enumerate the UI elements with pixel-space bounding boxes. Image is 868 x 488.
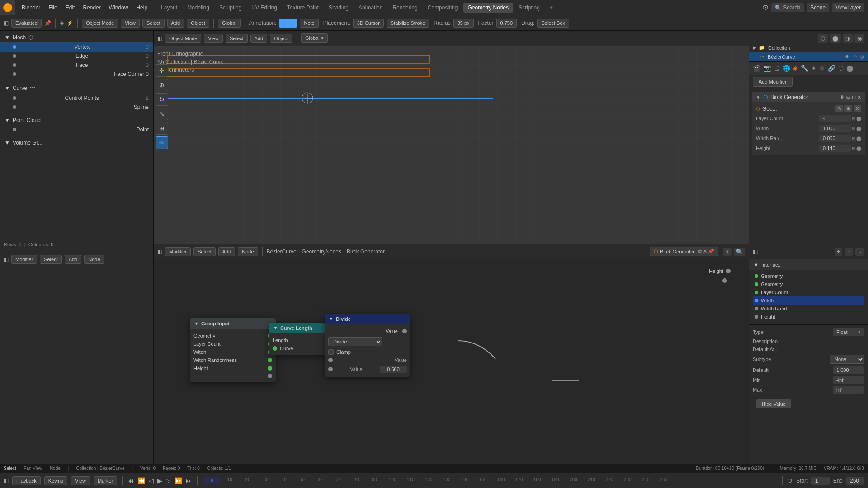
view-layer-selector[interactable]: ViewLayer (832, 3, 864, 12)
geo-unlink-btn[interactable]: ✕ (854, 105, 861, 112)
interface-header[interactable]: ▼ Interface (749, 259, 868, 270)
lc-value[interactable]: 4 (819, 115, 851, 122)
tab-rendering[interactable]: Rendering (388, 3, 422, 13)
node-mode-icon[interactable]: ◧ (4, 256, 9, 263)
menu-file-item[interactable]: File (45, 3, 61, 13)
outliner-bezier[interactable]: 〜 BézierCurve 👁 ⊙ ◎ (749, 52, 868, 61)
annotate-tool[interactable]: ✏ (156, 136, 168, 149)
gi-height-socket[interactable] (268, 366, 272, 371)
object-menu[interactable]: Object (187, 19, 209, 28)
viewport-view-btn[interactable]: View (204, 34, 223, 43)
keying-btn[interactable]: Keying (44, 476, 68, 485)
ne-node-btn[interactable]: Node (238, 247, 258, 256)
node-add-btn[interactable]: Add (65, 255, 82, 264)
viewport-select-btn[interactable]: Select (226, 34, 248, 43)
tab-add-workspace[interactable]: + (545, 3, 557, 13)
wrand-prop-icon[interactable]: ⊞ (852, 136, 855, 141)
prop-output-icon[interactable]: 🖨 (774, 65, 780, 72)
iface-witdh-selected[interactable]: Witdh (753, 296, 864, 305)
vp-material-btn[interactable]: ◑ (843, 34, 853, 43)
cl-curve-socket[interactable] (273, 346, 277, 351)
menu-file[interactable]: Blender (18, 3, 44, 13)
tab-shading[interactable]: Shading (324, 3, 353, 13)
volume-section-title[interactable]: ▼ Volume Gr... (0, 138, 153, 148)
timeline-frames[interactable]: 0 10 20 30 40 50 60 70 80 90 100 110 120… (203, 477, 777, 484)
witdh-value[interactable]: 1.000 (819, 125, 851, 132)
select-box-dropdown[interactable]: Select Box (537, 19, 569, 28)
iface-height[interactable]: Height (753, 313, 864, 321)
if-chevron-btn[interactable]: ⌄ (855, 248, 864, 256)
outliner-cursor-icon[interactable]: ⊙ (853, 54, 857, 59)
timeline-icon[interactable]: ◧ (4, 478, 9, 484)
divide-mode-select[interactable]: Divide Add Subtract Multiply (328, 337, 382, 346)
prop-modifier-icon-active[interactable]: 🔧 (801, 65, 808, 72)
menu-window-item[interactable]: Window (105, 3, 132, 13)
vp-wireframe-btn[interactable]: ⬡ (818, 34, 828, 43)
if-icon[interactable]: ◧ (753, 249, 758, 255)
note-dropdown[interactable]: Note (300, 19, 318, 28)
vp-render-btn[interactable]: ◉ (854, 34, 864, 43)
breadcrumb-geonodes[interactable]: GeometryNodes (302, 249, 341, 255)
tl-next-frame[interactable]: ▷ (166, 477, 171, 484)
close-icon[interactable]: ✕ (703, 249, 707, 254)
prop-constraints-icon[interactable]: 🔗 (828, 65, 835, 72)
prop-data-icon[interactable]: ⬡ (838, 65, 844, 72)
tl-record-btn[interactable]: ⏮ (127, 477, 134, 484)
attr-vertex[interactable]: Vertex 0 (0, 42, 153, 52)
attr-spline[interactable]: Spline (0, 103, 153, 112)
marker-btn[interactable]: Marker (94, 476, 117, 485)
node-tree-badge[interactable]: ⬡ Birck Generator ⧉ ✕ 📌 (650, 247, 718, 256)
pin-icon[interactable]: 📌 (44, 20, 51, 26)
prop-material-icon[interactable]: ⬤ (846, 65, 854, 72)
tab-sculpting[interactable]: Sculpting (215, 3, 246, 13)
min-value[interactable]: -inf (833, 376, 864, 384)
end-frame-value[interactable]: 250 (846, 477, 864, 485)
node-select-btn[interactable]: Select (40, 255, 62, 264)
node-group-input[interactable]: ▼ Group Input Geometry Layer Count Witdh… (190, 318, 276, 382)
factor-value[interactable]: 0.750 (496, 19, 517, 28)
height-prop-icon[interactable]: ⊞ (852, 146, 855, 151)
menu-edit-item[interactable]: Edit (62, 3, 79, 13)
tl-end-btn[interactable]: ⏭ (186, 477, 192, 484)
tab-geometry-nodes[interactable]: Geometry Nodes (463, 3, 514, 13)
node-node-btn[interactable]: Node (84, 255, 104, 264)
node-editor-icon[interactable]: ◧ (157, 249, 162, 255)
object-icon[interactable]: ◈ (60, 20, 64, 26)
tab-texture-paint[interactable]: Texture Paint (283, 3, 323, 13)
witdh-anim-icon[interactable]: ⬤ (856, 126, 861, 131)
viewport-icon[interactable]: ◧ (157, 35, 162, 42)
wrand-anim-icon[interactable]: ⬤ (856, 136, 861, 141)
rotate-tool[interactable]: ↻ (156, 93, 168, 106)
playback-btn[interactable]: Playback (12, 476, 41, 485)
div-val2-socket[interactable] (328, 367, 333, 371)
add-menu[interactable]: Add (167, 19, 184, 28)
tab-uv-editing[interactable]: UV Editing (247, 3, 282, 13)
hide-value-btn[interactable]: Hide Value (756, 399, 791, 408)
geo-new-btn[interactable]: ⊕ (844, 105, 852, 112)
tab-compositing[interactable]: Compositing (423, 3, 462, 13)
start-frame-value[interactable]: 1 (811, 477, 830, 485)
breadcrumb-birck[interactable]: Birck Generator (347, 249, 385, 255)
div-value-out-socket[interactable] (402, 329, 407, 333)
transform-tool[interactable]: ⊞ (156, 122, 168, 135)
menu-render-item[interactable]: Render (79, 3, 104, 13)
ne-add-btn[interactable]: Add (218, 247, 236, 256)
tl-next-keyframe[interactable]: ⏩ (175, 477, 182, 484)
divide-collapse[interactable]: ▼ (329, 317, 333, 321)
curve-section-title[interactable]: ▼ Curve 〜 (0, 82, 153, 94)
modifier-btn[interactable]: Modifier (11, 255, 37, 264)
max-value[interactable]: inf (833, 386, 864, 394)
clamp-checkbox[interactable] (328, 349, 334, 355)
prop-render-icon[interactable]: 📷 (763, 65, 771, 72)
tab-scripting[interactable]: Scripting (514, 3, 544, 13)
point-cloud-section-title[interactable]: ▼ Point Cloud (0, 115, 153, 125)
height-output-socket[interactable] (726, 269, 731, 273)
mode-dropdown[interactable]: Object Mode (82, 19, 118, 28)
blender-logo[interactable]: 🟠 (0, 0, 15, 15)
prop-world-icon[interactable]: 🌐 (783, 65, 790, 72)
node-divide[interactable]: ▼ Divide Value Divide Add Subtract Multi… (325, 314, 410, 377)
modifier-expand-icon[interactable]: ▼ (756, 95, 760, 100)
cursor-tool[interactable]: ✛ (156, 64, 168, 77)
mod-close-icon[interactable]: ✕ (857, 94, 861, 100)
view-btn[interactable]: View (71, 476, 90, 485)
